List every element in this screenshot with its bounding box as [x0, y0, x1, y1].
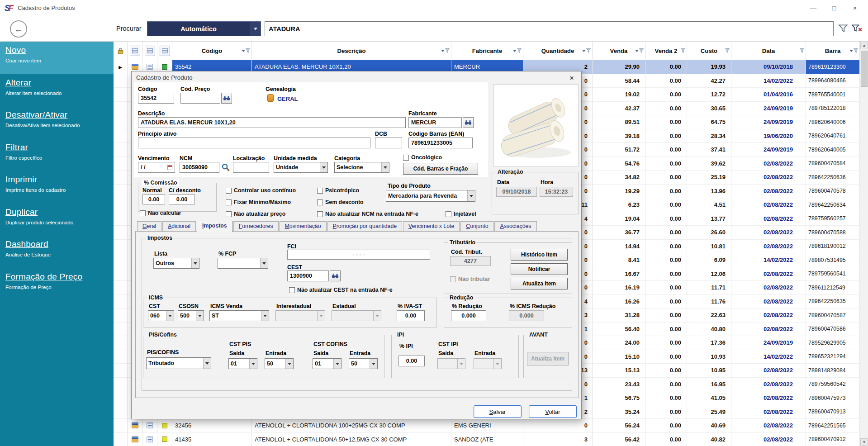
dialog-tab[interactable]: Adicional [162, 221, 196, 231]
back-button[interactable]: ← [10, 20, 27, 38]
clear-filter-icon[interactable] [852, 24, 863, 33]
dialog-tab[interactable]: Geral [137, 221, 161, 231]
salvar-button[interactable]: Salvar [474, 405, 522, 418]
sort-arrow-icon[interactable] [513, 50, 517, 54]
sem-desconto-checkbox[interactable]: Sem desconto [317, 199, 364, 205]
nao-atualizar-ncm-checkbox[interactable]: Não atualizar NCM na entrada NF-e [317, 211, 418, 217]
table-row[interactable]: 41435 ATENOLOL + CLORTALIDONA 50+12,5MG … [114, 433, 860, 446]
close-window-button[interactable]: × [844, 0, 865, 16]
minimize-button[interactable]: — [803, 0, 824, 16]
filter-funnel-icon[interactable] [854, 48, 858, 53]
dcb-field[interactable] [375, 138, 402, 148]
grid-view-button-2[interactable] [145, 46, 155, 56]
tipo-produto-select[interactable]: Mercadoria para Revenda [386, 190, 475, 202]
cst-select[interactable]: 060 [148, 310, 174, 321]
filter-funnel-icon[interactable] [725, 48, 730, 53]
icms-venda-select[interactable]: ST [209, 310, 269, 321]
cod-preco-search-button[interactable] [221, 93, 232, 104]
nao-atualizar-cest-checkbox[interactable]: Não atualizar CEST na entrada NF-e [289, 287, 393, 293]
descricao-field[interactable]: ATADURA ELAS. MERCUR 10X1,20 [138, 117, 406, 128]
cofins-saida-select[interactable]: 01 [313, 358, 342, 369]
comissao-normal-field[interactable]: 0.00 [142, 195, 165, 204]
lista-select[interactable]: Outros [153, 258, 199, 269]
column-header[interactable]: Venda [593, 42, 645, 60]
sort-arrow-icon[interactable] [242, 50, 245, 54]
ipi-field[interactable]: 0.00 [398, 356, 425, 366]
unidade-select[interactable]: Unidade [274, 162, 328, 173]
filter-funnel-icon[interactable] [681, 48, 685, 53]
sort-arrow-icon[interactable] [441, 50, 445, 54]
dialog-tab[interactable]: Fornecedores [233, 221, 279, 231]
pis-saida-select[interactable]: 01 [228, 358, 257, 369]
ncm-search-icon[interactable] [221, 163, 230, 172]
filter-icon[interactable] [838, 24, 848, 33]
scroll-down-icon[interactable]: ▼ [860, 438, 868, 446]
vertical-scrollbar[interactable]: ▲ ▼ [860, 42, 868, 446]
sidebar-item[interactable]: Novo Criar novo item [0, 42, 114, 74]
reducao-field[interactable]: 0.000 [451, 310, 486, 321]
cofins-entrada-select[interactable]: 50 [349, 358, 378, 369]
grid-view-button-3[interactable] [160, 46, 170, 56]
localizacao-field[interactable] [233, 162, 269, 173]
column-header[interactable]: Descrição [252, 42, 451, 60]
column-header[interactable]: Código [172, 42, 252, 60]
calendar-icon[interactable] [167, 165, 172, 170]
ncm-field[interactable]: 30059090 [180, 162, 219, 173]
nao-calcular-checkbox[interactable]: Não calcular [140, 210, 181, 216]
fci-field[interactable]: - - - - [287, 250, 430, 260]
filter-funnel-icon[interactable] [639, 48, 644, 53]
injetavel-checkbox[interactable]: Injetável [446, 211, 476, 217]
dialog-tab[interactable]: Vencimento x Lote [403, 221, 460, 231]
piscofins-select[interactable]: Tributado [146, 357, 211, 369]
sidebar-item[interactable]: Dashboard Análise de Estoque [0, 236, 114, 268]
cod-preco-field[interactable] [180, 93, 220, 104]
oncologico-checkbox[interactable]: Oncológico [403, 154, 442, 161]
cest-search-button[interactable] [330, 270, 341, 281]
fcp-select[interactable] [218, 258, 268, 269]
genealogy-icon[interactable] [267, 94, 274, 102]
dialog-tab[interactable]: Impostos [197, 221, 232, 232]
sort-arrow-icon[interactable] [635, 50, 639, 54]
column-header[interactable]: Fabricante [451, 42, 523, 60]
categoria-select[interactable]: Selecione [334, 162, 389, 173]
column-header[interactable]: Data [731, 42, 806, 60]
cest-field[interactable]: 1300900 [287, 270, 329, 281]
search-mode-select[interactable]: Automático [147, 21, 261, 36]
ean-field[interactable]: 7896191233005 [408, 138, 473, 148]
iva-st-field[interactable]: 0.00 [397, 310, 425, 321]
uso-continuo-checkbox[interactable]: Controlar uso contínuo [226, 187, 296, 194]
nao-atualizar-preco-checkbox[interactable]: Não atualizar preço [226, 211, 285, 217]
fabricante-search-button[interactable] [463, 117, 474, 128]
sidebar-item[interactable]: Alterar Alterar item selecionado [0, 74, 114, 107]
sidebar-item[interactable]: Filtrar Filtro específico [0, 139, 114, 171]
vencimento-field[interactable]: / / [138, 162, 175, 173]
column-header[interactable]: Quantidade [523, 42, 593, 60]
dialog-tab[interactable]: Associações [494, 221, 536, 231]
filter-funnel-icon[interactable] [246, 48, 250, 53]
sidebar-item[interactable]: Imprimir Imprime itens do cadastro [0, 171, 114, 204]
dialog-tab[interactable]: Promoção por quantidade [327, 221, 403, 231]
sort-arrow-icon[interactable] [849, 50, 853, 54]
notificar-button[interactable]: Notificar [511, 263, 568, 275]
comissao-desconto-field[interactable]: 0.00 [169, 195, 195, 204]
pis-entrada-select[interactable]: 50 [265, 358, 294, 369]
filter-funnel-icon[interactable] [445, 48, 450, 53]
fixar-minmax-checkbox[interactable]: Fixar Mínimo/Máximo [226, 199, 291, 205]
historico-item-button[interactable]: Histórico Item [511, 249, 568, 261]
sidebar-item[interactable]: Desativar/Ativar Desativa/Ativa item sel… [0, 106, 114, 139]
sidebar-item[interactable]: Duplicar Duplicar produto selecionado [0, 204, 114, 236]
codigo-field[interactable]: 35542 [138, 93, 174, 104]
dialog-tab[interactable]: Movimentação [280, 221, 327, 231]
scrollbar-thumb[interactable] [861, 51, 868, 87]
column-header[interactable]: Barra [806, 42, 860, 60]
csosn-select[interactable]: 500 [178, 310, 204, 321]
cod-barras-fracao-button[interactable]: Cód. Barras e Fração [403, 163, 478, 175]
sort-arrow-icon[interactable] [582, 50, 586, 54]
column-header[interactable]: Custo [687, 42, 731, 60]
atualiza-item-button[interactable]: Atualiza item [511, 278, 568, 289]
scroll-up-icon[interactable]: ▲ [860, 42, 868, 49]
filter-funnel-icon[interactable] [800, 48, 804, 53]
filter-funnel-icon[interactable] [517, 48, 522, 53]
sidebar-item[interactable]: Formação de Preço Formação de Preço [0, 268, 114, 301]
grid-view-button-1[interactable] [130, 46, 140, 56]
